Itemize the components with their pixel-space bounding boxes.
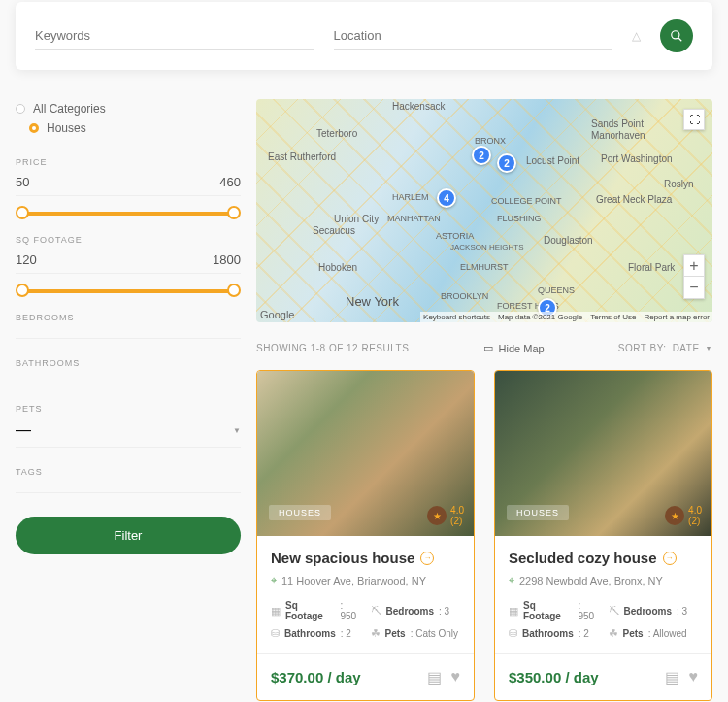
pets-label: PETS: [16, 404, 241, 414]
map-icon: ▭: [483, 342, 493, 354]
map-place: ELMHURST: [460, 262, 509, 272]
rating-count: (2): [688, 516, 702, 526]
fullscreen-icon: ⛶: [689, 114, 700, 125]
map-place: Hackensack: [392, 101, 445, 112]
category-badge: HOUSES: [269, 505, 331, 520]
search-bar: △: [16, 2, 712, 70]
category-label: Houses: [47, 121, 86, 135]
price-min[interactable]: 50: [16, 175, 29, 189]
sq-label: SQ FOOTAGE: [16, 235, 241, 245]
google-logo: Google: [260, 309, 294, 320]
zoom-in-button[interactable]: +: [684, 255, 704, 277]
map-marker[interactable]: 2: [497, 153, 516, 173]
listing-card[interactable]: HOUSES ★ 4.0 (2) Secluded cozy house →: [494, 370, 712, 701]
map-place: COLLEGE POINT: [491, 196, 562, 206]
verified-icon: →: [663, 552, 677, 565]
hide-map-toggle[interactable]: ▭ Hide Map: [483, 342, 545, 354]
sort-label: SORT BY:: [618, 343, 667, 353]
compare-icon[interactable]: ▤: [665, 668, 679, 686]
chevron-down-icon: ▼: [233, 426, 241, 435]
pin-icon: ⌖: [271, 574, 277, 586]
content-area: Hackensack Teterboro East Rutherford BRO…: [256, 99, 712, 701]
listings-grid: HOUSES ★ 4.0 (2) New spacious house →: [256, 370, 712, 701]
map-place: Union City: [334, 214, 379, 224]
map-data: Map data ©2021 Google: [498, 313, 582, 321]
map-attribution: Keyboard shortcuts Map data ©2021 Google…: [420, 312, 712, 322]
sq-slider[interactable]: [16, 289, 241, 293]
map-place: Roslyn: [664, 179, 694, 189]
map-place: BROOKLYN: [441, 291, 488, 301]
location-input[interactable]: [334, 22, 613, 50]
map-place: Manorhaven: [591, 130, 645, 141]
map-place: Locust Point: [526, 155, 579, 166]
map-place: BRONX: [475, 136, 506, 146]
map-place: Teterboro: [316, 128, 357, 139]
map-place: East Rutherford: [268, 151, 336, 162]
report-link[interactable]: Report a map error: [644, 313, 710, 321]
results-bar: SHOWING 1-8 OF 12 RESULTS ▭ Hide Map SOR…: [256, 342, 712, 354]
bathrooms-input[interactable]: [16, 376, 241, 384]
rating: ★ 4.0 (2): [665, 505, 702, 526]
search-icon: [670, 29, 683, 43]
pets-icon: ☘: [609, 627, 618, 640]
terms-link[interactable]: Terms of Use: [590, 313, 636, 321]
heart-icon[interactable]: ♥: [451, 668, 461, 686]
rating-value: 4.0: [688, 505, 702, 516]
svg-point-0: [672, 31, 679, 39]
sort-dropdown[interactable]: SORT BY: DATE ▼: [618, 343, 712, 353]
filter-button[interactable]: Filter: [16, 517, 241, 554]
sq-min[interactable]: 120: [16, 252, 37, 267]
map-marker[interactable]: 2: [472, 146, 491, 165]
radio-icon: [16, 104, 25, 114]
search-button[interactable]: [660, 19, 693, 52]
sq-icon: ▦: [509, 605, 518, 618]
compare-icon[interactable]: ▤: [427, 668, 442, 686]
listing-address: ⌖ 11 Hoover Ave, Briarwood, NY: [271, 574, 460, 586]
keyboard-shortcuts[interactable]: Keyboard shortcuts: [423, 313, 490, 321]
category-label: All Categories: [33, 102, 106, 116]
map-place: JACKSON HEIGHTS: [450, 243, 524, 251]
listing-image: HOUSES ★ 4.0 (2): [495, 371, 711, 536]
bath-icon: ⛁: [509, 627, 517, 640]
heart-icon[interactable]: ♥: [689, 668, 699, 686]
category-all[interactable]: All Categories: [16, 99, 241, 118]
slider-handle-min[interactable]: [16, 206, 29, 219]
category-houses[interactable]: Houses: [29, 118, 241, 138]
fullscreen-button[interactable]: ⛶: [683, 109, 705, 130]
listing-title: New spacious house →: [271, 550, 460, 566]
rating: ★ 4.0 (2): [427, 505, 464, 526]
map[interactable]: Hackensack Teterboro East Rutherford BRO…: [256, 99, 712, 322]
bedrooms-input[interactable]: [16, 330, 241, 339]
bedrooms-label: BEDROOMS: [16, 313, 241, 322]
bed-icon: ⛏: [609, 605, 619, 617]
sq-range-inputs: 120 1800: [16, 252, 241, 274]
slider-handle-min[interactable]: [16, 284, 29, 297]
slider-handle-max[interactable]: [227, 206, 241, 219]
zoom-out-button[interactable]: −: [684, 277, 704, 298]
map-place: New York: [346, 294, 399, 309]
pets-value: —: [16, 421, 31, 439]
map-place: Great Neck Plaza: [596, 194, 672, 205]
hide-map-label: Hide Map: [499, 343, 545, 354]
slider-handle-max[interactable]: [227, 284, 241, 297]
zoom-controls: + −: [683, 254, 705, 299]
keywords-input[interactable]: [35, 22, 314, 50]
map-place: FLUSHING: [497, 214, 542, 223]
bathrooms-label: BATHROOMS: [16, 358, 241, 368]
pin-icon: ⌖: [509, 574, 514, 586]
price-max[interactable]: 460: [219, 175, 241, 189]
price-range-inputs: 50 460: [16, 175, 241, 196]
listing-price: $350.00 / day: [509, 669, 599, 685]
price-slider[interactable]: [16, 212, 241, 216]
sq-max[interactable]: 1800: [213, 252, 241, 267]
listing-card[interactable]: HOUSES ★ 4.0 (2) New spacious house →: [256, 370, 475, 701]
map-place: Port Washington: [601, 153, 673, 164]
listing-price: $370.00 / day: [271, 669, 361, 685]
map-marker[interactable]: 4: [437, 188, 456, 208]
svg-line-1: [678, 38, 682, 42]
sort-value: DATE: [673, 343, 700, 353]
pets-select[interactable]: — ▼: [16, 421, 241, 448]
location-icon: △: [632, 29, 641, 43]
star-icon: ★: [427, 506, 447, 525]
tags-input[interactable]: [16, 485, 241, 493]
